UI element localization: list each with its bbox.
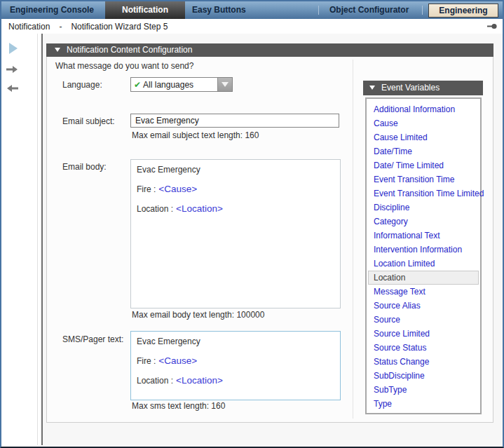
- message-line: Evac Emergency: [137, 165, 334, 175]
- top-tab-bar: Engineering Console Notification Wizard …: [1, 1, 503, 19]
- email-body-label: Email body:: [62, 162, 107, 172]
- message-line: Fire :<Cause>: [137, 184, 334, 194]
- tab-separator: [318, 6, 319, 15]
- event-variable-item[interactable]: Status Change: [368, 355, 479, 369]
- event-variable-item[interactable]: Source Limited: [368, 327, 479, 341]
- main-body: Notification Content Configuration What …: [1, 34, 503, 445]
- chevron-down-icon: [222, 82, 229, 87]
- breadcrumb-root[interactable]: Notification: [8, 22, 50, 32]
- wizard-nav-sidebar: [1, 34, 40, 445]
- email-subject-hint: Max email subject text length: 160: [132, 130, 259, 140]
- tab-notification-wizard[interactable]: Notification Wizard: [105, 1, 185, 19]
- event-variable-item[interactable]: Cause Limited: [368, 130, 479, 144]
- sidebar-divider: [37, 34, 38, 445]
- dropdown-arrow-button[interactable]: [217, 78, 232, 91]
- app-window: Engineering Console Notification Wizard …: [0, 0, 504, 448]
- panel-title: Notification Content Configuration: [67, 45, 192, 55]
- collapse-triangle-icon: [55, 48, 60, 52]
- event-variable-item[interactable]: Type: [368, 397, 479, 411]
- email-body-hint: Max email body text length: 100000: [132, 310, 264, 320]
- message-line: Evac Emergency: [137, 337, 334, 346]
- run-step-icon[interactable]: [9, 43, 18, 54]
- fire-prefix: Fire :: [137, 356, 156, 366]
- event-variable-item[interactable]: Additional Information: [368, 102, 479, 116]
- section-divider: [353, 60, 353, 419]
- tab-separator: [422, 6, 423, 15]
- sms-text-hint: Max sms text length: 160: [132, 401, 225, 411]
- breadcrumb-current[interactable]: Notification Wizard Step 5: [71, 22, 168, 32]
- notification-content-panel: What message do you want to send? Langua…: [46, 57, 493, 423]
- event-variable-item[interactable]: Message Text: [368, 285, 479, 299]
- next-step-arrow-icon[interactable]: [6, 65, 19, 74]
- engineering-mode-button[interactable]: Engineering: [428, 4, 498, 18]
- tab-easy-buttons[interactable]: Easy Buttons: [189, 1, 249, 19]
- pane-splitter[interactable]: [41, 34, 43, 445]
- event-variable-item[interactable]: Intervention Information: [368, 243, 479, 257]
- language-label: Language:: [62, 80, 102, 90]
- collapse-triangle-icon: [369, 86, 375, 90]
- event-variable-item[interactable]: Discipline: [368, 201, 479, 215]
- sms-pager-textarea[interactable]: Evac Emergency Fire :<Cause> Location :<…: [130, 331, 341, 400]
- cause-variable-tag: <Cause>: [158, 355, 197, 366]
- pin-icon[interactable]: [487, 23, 497, 29]
- event-variable-item[interactable]: Category: [368, 215, 479, 229]
- check-icon: ✔: [134, 80, 141, 90]
- email-subject-input[interactable]: [130, 114, 339, 128]
- breadcrumb: Notification - Notification Wizard Step …: [1, 19, 503, 34]
- location-prefix: Location :: [137, 204, 173, 214]
- email-body-textarea[interactable]: Evac Emergency Fire :<Cause> Location :<…: [130, 159, 341, 308]
- event-variable-item[interactable]: Cause: [368, 116, 479, 130]
- location-prefix: Location :: [137, 376, 173, 386]
- location-variable-tag: <Location>: [176, 203, 223, 214]
- previous-step-arrow-icon[interactable]: [6, 84, 19, 93]
- event-variable-item[interactable]: Source Alias: [368, 299, 479, 313]
- message-line: Location :<Location>: [137, 204, 334, 214]
- wizard-question: What message do you want to send?: [55, 61, 193, 71]
- event-variable-item[interactable]: Event Transition Time: [368, 172, 479, 186]
- email-subject-label: Email subject:: [62, 116, 115, 126]
- message-line: Location :<Location>: [137, 376, 334, 386]
- notification-content-configuration-header[interactable]: Notification Content Configuration: [46, 43, 493, 57]
- event-variable-item[interactable]: Source Status: [368, 341, 479, 355]
- event-variables-title: Event Variables: [381, 83, 440, 93]
- event-variable-item[interactable]: Event Transition Time Limited: [368, 186, 479, 201]
- location-variable-tag: <Location>: [176, 375, 223, 386]
- cause-variable-tag: <Cause>: [158, 184, 197, 194]
- event-variable-item[interactable]: Informational Text: [368, 229, 479, 243]
- message-line: Fire :<Cause>: [137, 356, 334, 366]
- event-variables-header[interactable]: Event Variables: [363, 81, 483, 95]
- language-dropdown[interactable]: ✔ All languages: [130, 77, 233, 92]
- event-variable-item-selected[interactable]: Location: [368, 271, 479, 285]
- event-variable-item[interactable]: SubType: [368, 383, 479, 397]
- event-variables-list: Additional Information Cause Cause Limit…: [365, 97, 482, 414]
- language-selected-value: All languages: [143, 80, 217, 90]
- tab-object-configurator[interactable]: Object Configurator: [327, 1, 411, 19]
- tab-engineering-console[interactable]: Engineering Console: [7, 1, 97, 19]
- event-variable-item[interactable]: Date/Time: [368, 144, 479, 158]
- fire-prefix: Fire :: [137, 184, 156, 194]
- event-variable-item[interactable]: Location Limited: [368, 257, 479, 271]
- event-variable-item[interactable]: Date/ Time Limited: [368, 158, 479, 172]
- event-variable-item[interactable]: SubDiscipline: [368, 369, 479, 383]
- breadcrumb-separator: -: [59, 22, 62, 32]
- sms-pager-label: SMS/Pager text:: [62, 334, 123, 344]
- event-variable-item[interactable]: Source: [368, 313, 479, 327]
